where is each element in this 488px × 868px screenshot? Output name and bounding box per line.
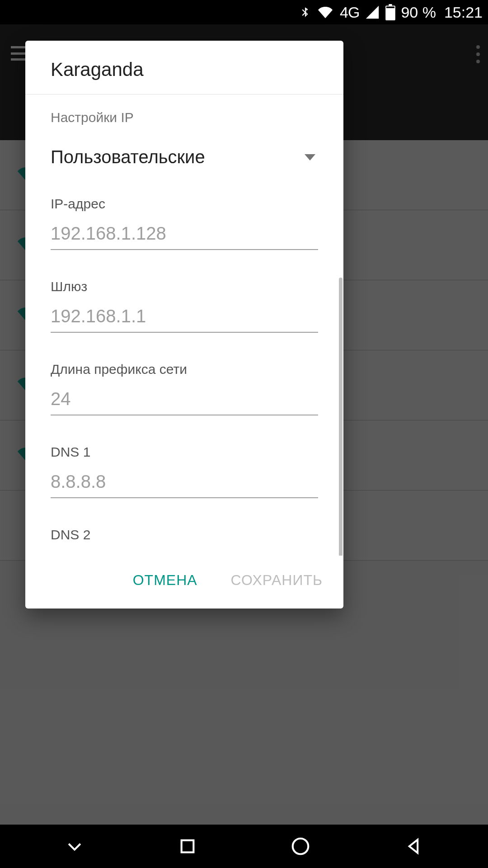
- dns2-label: DNS 2: [51, 527, 318, 542]
- status-bar: 4G 90 % 15:21: [0, 0, 488, 24]
- battery-icon: [385, 4, 395, 20]
- wifi-icon: [316, 5, 334, 19]
- ime-switch-button[interactable]: [61, 833, 88, 860]
- back-button[interactable]: [400, 833, 427, 860]
- chevron-down-icon: [305, 154, 315, 160]
- recent-apps-button[interactable]: [174, 833, 201, 860]
- dns1-input[interactable]: [51, 460, 318, 498]
- dns1-label: DNS 1: [51, 444, 318, 460]
- svg-point-2: [293, 839, 309, 854]
- network-label: 4G: [340, 4, 359, 21]
- battery-label: 90 %: [401, 4, 436, 21]
- dialog-title: Karaganda: [25, 41, 343, 94]
- dns2-input[interactable]: [51, 542, 318, 556]
- svg-rect-1: [182, 840, 194, 853]
- cancel-button[interactable]: ОТМЕНА: [127, 568, 203, 592]
- dialog-actions: ОТМЕНА СОХРАНИТЬ: [25, 556, 343, 609]
- gateway-input[interactable]: [51, 294, 318, 333]
- dialog-body: Настройки IP Пользовательские IP-адрес Ш…: [25, 94, 343, 556]
- signal-icon: [365, 5, 380, 20]
- ip-settings-value: Пользовательские: [51, 147, 205, 167]
- prefix-input[interactable]: [51, 377, 318, 415]
- ip-address-input[interactable]: [51, 212, 318, 250]
- clock-label: 15:21: [444, 4, 483, 21]
- ip-settings-label: Настройки IP: [51, 110, 318, 125]
- gateway-label: Шлюз: [51, 279, 318, 294]
- ip-address-label: IP-адрес: [51, 196, 318, 212]
- ip-settings-dropdown[interactable]: Пользовательские: [51, 147, 318, 167]
- scrollbar[interactable]: [339, 278, 343, 556]
- svg-marker-3: [409, 840, 418, 853]
- bluetooth-icon: [299, 3, 311, 21]
- navigation-bar: [0, 825, 488, 868]
- svg-rect-0: [386, 6, 394, 8]
- home-button[interactable]: [287, 833, 314, 860]
- save-button[interactable]: СОХРАНИТЬ: [225, 568, 328, 592]
- wifi-settings-dialog: Karaganda Настройки IP Пользовательские …: [25, 41, 343, 609]
- prefix-label: Длина префикса сети: [51, 362, 318, 377]
